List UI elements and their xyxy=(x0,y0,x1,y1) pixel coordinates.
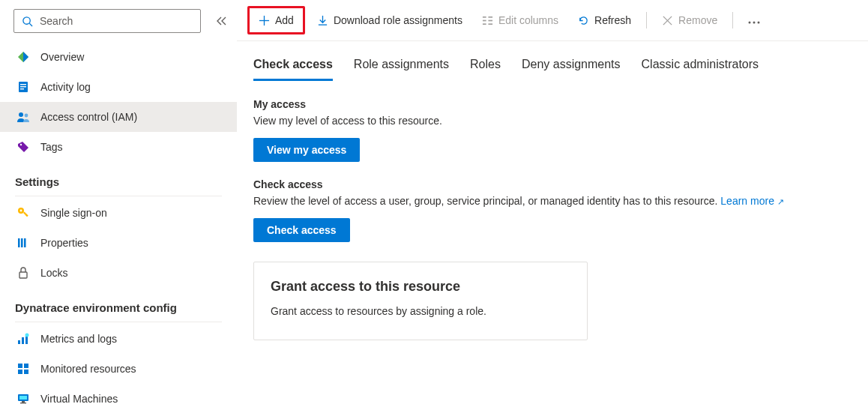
toolbar-label: Edit columns xyxy=(498,14,558,26)
sidebar-item-access-control[interactable]: Access control (IAM) xyxy=(0,102,237,132)
svg-point-44 xyxy=(753,22,756,24)
edit-columns-button: Edit columns xyxy=(474,10,566,31)
sidebar-item-overview[interactable]: Overview xyxy=(0,42,237,72)
svg-rect-7 xyxy=(20,88,24,89)
sidebar-item-properties[interactable]: Properties xyxy=(0,228,237,258)
sidebar-item-label: Virtual Machines xyxy=(40,393,118,405)
svg-rect-23 xyxy=(18,364,22,368)
svg-rect-15 xyxy=(18,238,20,247)
tab-deny-assignments[interactable]: Deny assignments xyxy=(522,58,621,81)
refresh-icon xyxy=(578,15,589,26)
remove-button: Remove xyxy=(654,10,725,31)
search-icon xyxy=(20,14,34,28)
toolbar: Add Download role assignments Edit colum… xyxy=(237,0,868,41)
svg-rect-24 xyxy=(24,364,28,368)
sidebar-item-metrics-and-logs[interactable]: Metrics and logs xyxy=(0,324,237,354)
sidebar-item-monitored-resources[interactable]: Monitored resources xyxy=(0,354,237,384)
main-scroll[interactable]: Check access Role assignments Roles Deny… xyxy=(237,41,868,419)
search-input[interactable] xyxy=(40,15,194,27)
sidebar-item-label: Properties xyxy=(40,237,88,249)
sidebar-item-label: Tags xyxy=(40,141,63,153)
sidebar-item-label: Metrics and logs xyxy=(40,333,117,345)
remove-x-icon xyxy=(662,15,673,26)
card-title: Grant access to this resource xyxy=(271,279,570,295)
check-access-button[interactable]: Check access xyxy=(253,218,350,242)
activity-log-icon xyxy=(16,80,30,94)
my-access-section: My access View my level of access to thi… xyxy=(237,82,865,162)
toolbar-separator xyxy=(732,12,733,28)
svg-point-10 xyxy=(20,144,22,145)
svg-rect-6 xyxy=(20,86,26,87)
download-role-assignments-button[interactable]: Download role assignments xyxy=(310,10,470,31)
svg-point-12 xyxy=(20,210,22,212)
lock-icon xyxy=(16,266,30,280)
svg-rect-28 xyxy=(19,396,27,400)
svg-point-45 xyxy=(758,22,760,24)
main-panel: Add Download role assignments Edit colum… xyxy=(237,0,868,419)
resources-grid-icon xyxy=(16,362,30,376)
section-title: My access xyxy=(253,98,849,110)
section-header-settings: Settings xyxy=(0,162,237,193)
section-description: View my level of access to this resource… xyxy=(253,113,849,129)
search-row xyxy=(0,0,237,42)
section-description: Review the level of access a user, group… xyxy=(253,193,849,209)
sidebar-item-label: Overview xyxy=(40,51,84,63)
svg-rect-29 xyxy=(22,401,25,403)
view-my-access-button[interactable]: View my access xyxy=(253,138,360,162)
tag-icon xyxy=(16,140,30,154)
search-box[interactable] xyxy=(13,9,201,33)
overview-icon xyxy=(16,50,30,64)
check-access-section: Check access Review the level of access … xyxy=(237,162,865,242)
metrics-icon xyxy=(16,332,30,346)
vm-icon xyxy=(16,392,30,406)
svg-marker-3 xyxy=(23,52,28,62)
tab-check-access[interactable]: Check access xyxy=(253,58,333,81)
svg-rect-18 xyxy=(19,272,27,278)
plus-icon xyxy=(259,15,270,26)
svg-rect-5 xyxy=(20,84,26,85)
svg-rect-26 xyxy=(24,370,28,374)
columns-icon xyxy=(482,15,493,26)
divider xyxy=(15,196,222,196)
add-button[interactable]: Add xyxy=(247,6,305,34)
learn-more-link[interactable]: Learn more ↗ xyxy=(720,195,783,207)
download-icon xyxy=(317,15,328,26)
tab-role-assignments[interactable]: Role assignments xyxy=(354,58,449,81)
sidebar-scroll[interactable]: Overview Activity log Access control (IA… xyxy=(0,42,237,419)
tab-classic-administrators[interactable]: Classic administrators xyxy=(642,58,759,81)
sidebar-item-label: Activity log xyxy=(40,81,91,93)
svg-point-43 xyxy=(749,22,751,24)
sidebar-item-activity-log[interactable]: Activity log xyxy=(0,72,237,102)
sidebar-item-virtual-machines[interactable]: Virtual Machines xyxy=(0,384,237,414)
tabs: Check access Role assignments Roles Deny… xyxy=(237,41,865,82)
toolbar-label: Refresh xyxy=(594,14,631,26)
collapse-sidebar-button[interactable] xyxy=(213,12,231,30)
svg-point-0 xyxy=(22,16,29,23)
svg-point-22 xyxy=(25,334,29,337)
toolbar-separator xyxy=(646,12,647,28)
sidebar-item-label: Monitored resources xyxy=(40,363,136,375)
section-title: Check access xyxy=(253,178,849,190)
sidebar-item-single-sign-on[interactable]: Single sign-on xyxy=(0,198,237,228)
svg-point-8 xyxy=(19,112,23,117)
sidebar: Overview Activity log Access control (IA… xyxy=(0,0,237,419)
external-link-icon: ↗ xyxy=(777,197,784,206)
section-header-dynatrace: Dynatrace environment config xyxy=(0,288,237,319)
divider xyxy=(15,322,222,322)
more-actions-button[interactable] xyxy=(741,10,768,31)
ellipsis-icon xyxy=(748,14,760,26)
tab-roles[interactable]: Roles xyxy=(470,58,501,81)
svg-rect-20 xyxy=(22,337,24,344)
refresh-button[interactable]: Refresh xyxy=(570,10,639,31)
svg-rect-19 xyxy=(18,340,20,344)
sidebar-item-tags[interactable]: Tags xyxy=(0,132,237,162)
toolbar-label: Add xyxy=(275,14,294,26)
toolbar-label: Remove xyxy=(678,14,717,26)
sidebar-item-locks[interactable]: Locks xyxy=(0,258,237,288)
toolbar-label: Download role assignments xyxy=(334,14,462,26)
svg-line-1 xyxy=(29,23,32,26)
people-icon xyxy=(16,110,30,124)
svg-rect-16 xyxy=(21,238,23,247)
grant-access-card: Grant access to this resource Grant acce… xyxy=(253,262,588,340)
svg-point-9 xyxy=(25,114,28,118)
